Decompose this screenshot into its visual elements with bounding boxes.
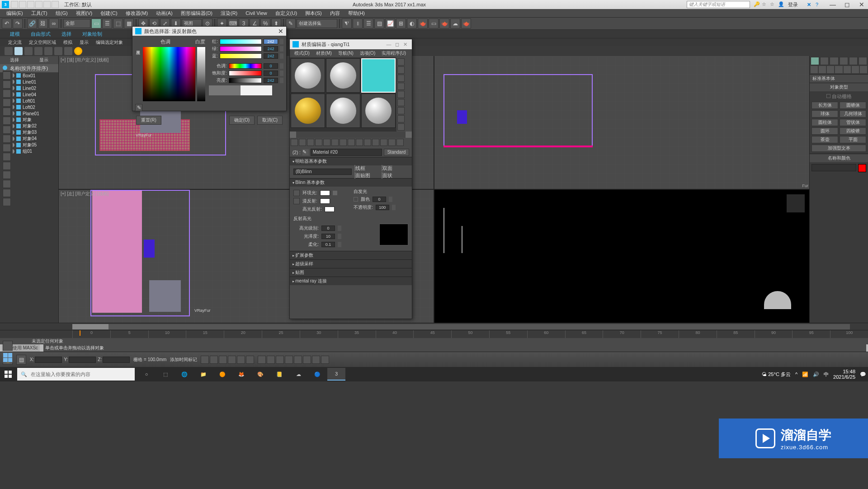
menu-help[interactable]: 帮助(H) (344, 9, 368, 18)
select-object-button[interactable]: ▭ (91, 19, 101, 28)
video-color-icon[interactable] (397, 91, 405, 98)
viewport-expand-button[interactable] (3, 341, 13, 351)
orbit-button[interactable] (303, 356, 311, 364)
diffuse-swatch[interactable] (320, 198, 330, 204)
menu-views[interactable]: 视图(V) (72, 9, 96, 18)
ambient-swatch[interactable] (320, 190, 330, 196)
cp-tab-utilities[interactable] (859, 57, 867, 65)
make-preview-icon[interactable] (397, 99, 405, 106)
se-tool-icon[interactable] (3, 135, 11, 143)
rollout-supersampling[interactable]: 超级采样 (290, 259, 412, 268)
s-slider[interactable] (229, 71, 262, 76)
qat-open-icon[interactable] (19, 1, 26, 8)
show-end-icon[interactable] (364, 139, 371, 146)
create-pyramid-button[interactable]: 四棱锥 (840, 127, 866, 135)
cp-cat-shapes[interactable] (819, 66, 826, 73)
se-tool-icon[interactable] (3, 99, 11, 107)
options-icon[interactable] (397, 107, 405, 114)
material-slot-scrollbar[interactable] (290, 132, 412, 138)
sun-icon[interactable] (74, 47, 82, 55)
render-online-button[interactable]: ☁ (450, 19, 460, 28)
star-icon[interactable]: ☆ (762, 1, 768, 8)
people-icon[interactable] (24, 47, 33, 55)
mirror-button[interactable]: ⧨ (342, 19, 352, 28)
spinner[interactable] (280, 63, 283, 69)
prev-frame-button[interactable] (210, 356, 218, 364)
select-by-name-button[interactable]: ☰ (102, 19, 112, 28)
time-ruler[interactable]: 0 5 10 15 20 25 30 35 40 45 50 55 60 65 … (0, 330, 868, 338)
cp-category-dropdown[interactable]: 标准基本体 (810, 74, 868, 83)
cp-cat-systems[interactable] (860, 66, 867, 73)
zoom-all-button[interactable] (267, 356, 275, 364)
ribbon-tab-modeling[interactable]: 建模 (5, 30, 25, 38)
cp-tab-motion[interactable] (840, 57, 848, 65)
wire-checkbox[interactable]: 线框 (354, 165, 381, 172)
help-search-input[interactable]: 键入关键字或短语 (687, 1, 750, 8)
volume-icon[interactable]: 🔊 (813, 371, 819, 377)
lock-icon[interactable] (333, 191, 337, 195)
menu-graph-editors[interactable]: 图形编辑器(D) (177, 9, 216, 18)
next-frame-button[interactable] (228, 356, 236, 364)
face-map-checkbox[interactable]: 面贴图 (354, 172, 381, 179)
go-parent-icon[interactable] (372, 139, 379, 146)
toggle-ribbon-button[interactable]: ▤ (374, 19, 384, 28)
window-close-button[interactable]: ✕ (401, 42, 409, 47)
self-illum-value[interactable]: 0 (373, 197, 386, 202)
redo-button[interactable]: ↷ (13, 19, 23, 28)
network-icon[interactable]: 📶 (802, 371, 808, 377)
go-sibling-icon[interactable] (380, 139, 387, 146)
render-last-button[interactable]: 🫖 (461, 19, 471, 28)
cp-tab-hierarchy[interactable] (830, 57, 838, 65)
windows-start-button[interactable] (2, 368, 14, 381)
coord-x-input[interactable] (35, 357, 62, 363)
rollout-extended[interactable]: 扩展参数 (290, 251, 412, 259)
key-mode-button[interactable] (246, 356, 254, 364)
color-checkbox[interactable] (354, 197, 358, 202)
ambient-lock-icon[interactable] (293, 190, 300, 196)
mat-id-icon[interactable] (397, 123, 405, 131)
create-tube-button[interactable]: 管状体 (840, 119, 866, 126)
spinner[interactable] (280, 39, 283, 44)
cortana-button[interactable]: ⬚ (156, 368, 175, 381)
notification-icon[interactable]: 💬 (860, 371, 866, 377)
goto-start-button[interactable] (201, 356, 209, 364)
qat-link-icon[interactable] (52, 1, 59, 8)
go-forward-icon[interactable] (388, 139, 396, 146)
specular-swatch[interactable] (325, 207, 335, 212)
me-menu-material[interactable]: 材质(M) (313, 49, 335, 57)
create-geosphere-button[interactable]: 几何球体 (840, 110, 866, 118)
pan-button[interactable] (294, 356, 302, 364)
se-tool-icon[interactable] (3, 171, 11, 179)
v-value-input[interactable]: 242 (264, 78, 278, 83)
window-restore-button[interactable]: ◻ (843, 1, 852, 8)
spinner[interactable] (389, 197, 392, 202)
create-teapot-button[interactable]: 茶壶 (811, 136, 838, 143)
star2-icon[interactable]: ☆ (770, 1, 776, 8)
object-color-swatch[interactable] (858, 164, 866, 172)
create-torus-button[interactable]: 圆环 (811, 127, 838, 135)
material-slot-selected[interactable] (361, 58, 396, 93)
se-tool-icon[interactable] (3, 80, 11, 89)
ok-button[interactable]: 确定(O) (229, 116, 255, 125)
login-link[interactable]: 登录 (788, 1, 798, 8)
link-button[interactable]: 🔗 (27, 19, 37, 28)
make-unique-icon[interactable] (331, 139, 339, 146)
help-icon[interactable]: ? (816, 2, 818, 7)
hue-gradient-picker[interactable] (143, 47, 195, 101)
spinner[interactable] (338, 242, 341, 247)
cp-cat-geometry[interactable] (811, 66, 818, 73)
two-sided-checkbox[interactable]: 双面 (382, 165, 408, 172)
material-name-input[interactable]: Material #20 (311, 149, 382, 156)
menu-customize[interactable]: 自定义(U) (272, 9, 301, 18)
g-value-input[interactable]: 242 (264, 46, 278, 52)
diffuse-lock-icon[interactable] (293, 198, 300, 204)
menu-scripting[interactable]: 脚本(S) (302, 9, 326, 18)
se-tool-icon[interactable] (3, 153, 11, 161)
zoom-extents-button[interactable] (276, 356, 284, 364)
se-tab-select[interactable]: 选择 (0, 56, 29, 64)
me-menu-navigation[interactable]: 导航(N) (335, 49, 356, 57)
sample-type-icon[interactable] (397, 58, 405, 66)
menu-content[interactable]: 内容 (326, 9, 344, 18)
curve-editor-button[interactable]: 📈 (385, 19, 395, 28)
area-icon[interactable] (14, 47, 23, 55)
